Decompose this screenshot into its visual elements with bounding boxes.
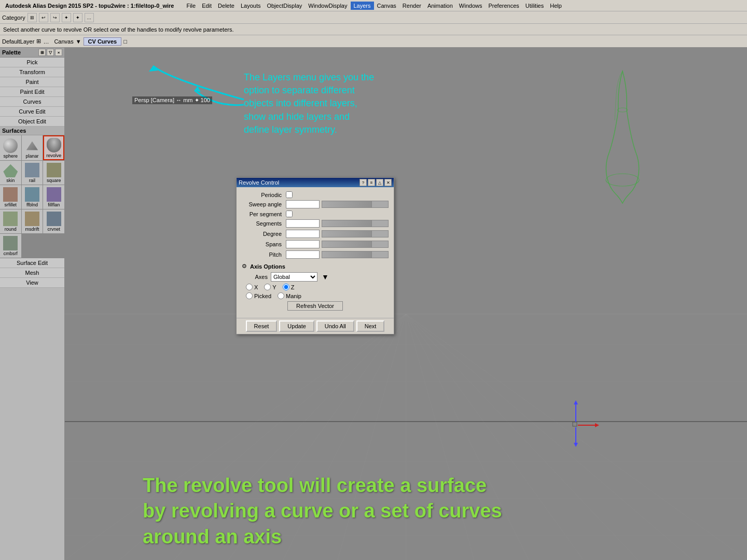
tb-btn-6[interactable]: … bbox=[85, 13, 94, 22]
planar-tool[interactable]: planar bbox=[22, 135, 43, 160]
reset-btn[interactable]: Reset bbox=[246, 320, 278, 332]
cv-curves-tb[interactable]: □ bbox=[123, 38, 127, 45]
revolve-tool[interactable]: revolve bbox=[43, 135, 64, 160]
crvnet-tool[interactable]: crvnet bbox=[43, 209, 64, 233]
tb-btn-4[interactable]: ✦ bbox=[62, 13, 71, 22]
degree-slider[interactable] bbox=[322, 230, 389, 237]
segments-slider[interactable] bbox=[322, 220, 389, 227]
sweep-angle-input[interactable]: 90.0000 bbox=[286, 200, 320, 208]
manipulator-svg bbox=[550, 399, 602, 451]
msdrift-tool[interactable]: msdrift bbox=[22, 209, 43, 233]
segments-input[interactable]: 1 bbox=[286, 219, 320, 228]
manip-item[interactable]: Manip bbox=[278, 292, 301, 299]
picked-radio[interactable] bbox=[246, 292, 253, 299]
skin-icon bbox=[3, 163, 18, 177]
dialog-body: Periodic Sweep angle 90.0000 Per segment bbox=[237, 187, 394, 318]
menu-layers[interactable]: Layers bbox=[351, 2, 374, 10]
sweep-angle-slider[interactable] bbox=[322, 201, 389, 208]
pitch-slider[interactable] bbox=[322, 251, 389, 258]
tb-btn-2[interactable]: ↩ bbox=[39, 13, 48, 22]
layer-tb-1[interactable]: ⊞ bbox=[36, 38, 41, 45]
axis-y-item[interactable]: Y bbox=[264, 284, 276, 290]
degree-input[interactable]: 5 bbox=[286, 230, 320, 238]
menu-preferences[interactable]: Preferences bbox=[485, 2, 522, 10]
spans-input[interactable]: 1 bbox=[286, 240, 320, 248]
menu-windows[interactable]: Windows bbox=[456, 2, 486, 10]
palette-icon-3[interactable]: × bbox=[55, 49, 62, 56]
menu-render[interactable]: Render bbox=[399, 2, 424, 10]
menu-utilities[interactable]: Utilities bbox=[522, 2, 547, 10]
dialog-close-icon[interactable]: ✕ bbox=[384, 179, 392, 186]
periodic-checkbox[interactable] bbox=[286, 191, 293, 198]
dialog-titlebar[interactable]: Revolve Control ? ≡ △ ✕ bbox=[237, 178, 394, 187]
cmbsrf-tool[interactable]: cmbsrf bbox=[0, 234, 21, 258]
dialog-help-icon[interactable]: ? bbox=[359, 179, 367, 186]
next-btn[interactable]: Next bbox=[356, 320, 385, 332]
round-tool[interactable]: round bbox=[0, 209, 21, 233]
paint-btn[interactable]: Paint bbox=[0, 77, 64, 87]
axis-y-radio[interactable] bbox=[264, 284, 271, 290]
axis-z-item[interactable]: Z bbox=[283, 284, 295, 290]
menu-animation[interactable]: Animation bbox=[424, 2, 456, 10]
tb-btn-5[interactable]: ✦ bbox=[73, 13, 82, 22]
palette-icon-1[interactable]: ⊞ bbox=[38, 49, 46, 56]
toolbar: Category ⊞ ↩ ↪ ✦ ✦ … bbox=[0, 11, 747, 24]
cmbsrf-label: cmbsrf bbox=[4, 251, 18, 256]
menu-objectdisplay[interactable]: ObjectDisplay bbox=[264, 2, 305, 10]
update-btn[interactable]: Update bbox=[279, 320, 314, 332]
menu-layouts[interactable]: Layouts bbox=[238, 2, 264, 10]
ffblnd-tool[interactable]: ffblnd bbox=[22, 185, 43, 209]
palette-icon-2[interactable]: ▽ bbox=[47, 49, 54, 56]
canvas-tb-1[interactable]: ▼ bbox=[76, 38, 81, 45]
rail-tool[interactable]: rail bbox=[22, 161, 43, 185]
axis-x-radio[interactable] bbox=[246, 284, 253, 290]
tb-btn-3[interactable]: ↪ bbox=[50, 13, 60, 22]
menu-canvas[interactable]: Canvas bbox=[374, 2, 399, 10]
menu-help[interactable]: Help bbox=[547, 2, 565, 10]
srfillet-tool[interactable]: srfillet bbox=[0, 185, 21, 209]
srfillet-icon bbox=[3, 187, 18, 202]
segments-label: Segments bbox=[242, 220, 286, 227]
viewport-label: Persp [Camera] ↔ mm ✦ 100 bbox=[132, 96, 212, 104]
transform-btn[interactable]: Transform bbox=[0, 67, 64, 77]
msdrift-label: msdrift bbox=[25, 227, 39, 232]
fillflan-tool[interactable]: fillflan bbox=[43, 185, 64, 209]
xyz-radio-group: X Y Z bbox=[242, 284, 389, 290]
fillflan-icon bbox=[47, 187, 61, 202]
surface-edit-btn[interactable]: Surface Edit bbox=[0, 258, 64, 268]
sidebar: Palette ⊞ ▽ × Pick Transform Paint Paint… bbox=[0, 48, 65, 560]
layer-tb-2[interactable]: … bbox=[43, 38, 49, 45]
tb-btn-1[interactable]: ⊞ bbox=[27, 13, 37, 22]
menu-windowdisplay[interactable]: WindowDisplay bbox=[305, 2, 350, 10]
pitch-input[interactable]: 0.0000 bbox=[286, 250, 320, 259]
viewport[interactable]: Persp [Camera] ↔ mm ✦ 100 bbox=[65, 48, 747, 560]
undo-all-btn[interactable]: Undo All bbox=[316, 320, 354, 332]
menu-delete[interactable]: Delete bbox=[215, 2, 238, 10]
square-tool[interactable]: square bbox=[43, 161, 64, 185]
axis-z-radio[interactable] bbox=[283, 284, 289, 290]
manip-radio[interactable] bbox=[278, 292, 284, 299]
menu-file[interactable]: File bbox=[183, 2, 199, 10]
mesh-btn[interactable]: Mesh bbox=[0, 268, 64, 278]
dialog-up-icon[interactable]: △ bbox=[376, 179, 383, 186]
skin-label: skin bbox=[6, 178, 15, 183]
dialog-list-icon[interactable]: ≡ bbox=[368, 179, 375, 186]
paint-edit-btn[interactable]: Paint Edit bbox=[0, 87, 64, 97]
pick-btn[interactable]: Pick bbox=[0, 58, 64, 67]
curves-btn[interactable]: Curves bbox=[0, 97, 64, 107]
view-btn[interactable]: View bbox=[0, 278, 64, 288]
skin-tool[interactable]: skin bbox=[0, 161, 21, 185]
per-segment-checkbox[interactable] bbox=[286, 211, 293, 217]
spans-slider[interactable] bbox=[322, 241, 389, 248]
axis-x-item[interactable]: X bbox=[246, 284, 258, 290]
svg-marker-24 bbox=[574, 400, 578, 404]
curve-edit-btn[interactable]: Curve Edit bbox=[0, 107, 64, 117]
refresh-vector-btn[interactable]: Refresh Vector bbox=[287, 301, 343, 311]
menu-edit[interactable]: Edit bbox=[199, 2, 215, 10]
cv-curves-btn[interactable]: CV Curves bbox=[84, 37, 122, 46]
rail-label: rail bbox=[29, 178, 35, 183]
object-edit-btn[interactable]: Object Edit bbox=[0, 117, 64, 127]
picked-item[interactable]: Picked bbox=[246, 292, 271, 299]
axes-select[interactable]: Global bbox=[271, 272, 317, 282]
sphere-tool[interactable]: sphere bbox=[0, 135, 21, 160]
